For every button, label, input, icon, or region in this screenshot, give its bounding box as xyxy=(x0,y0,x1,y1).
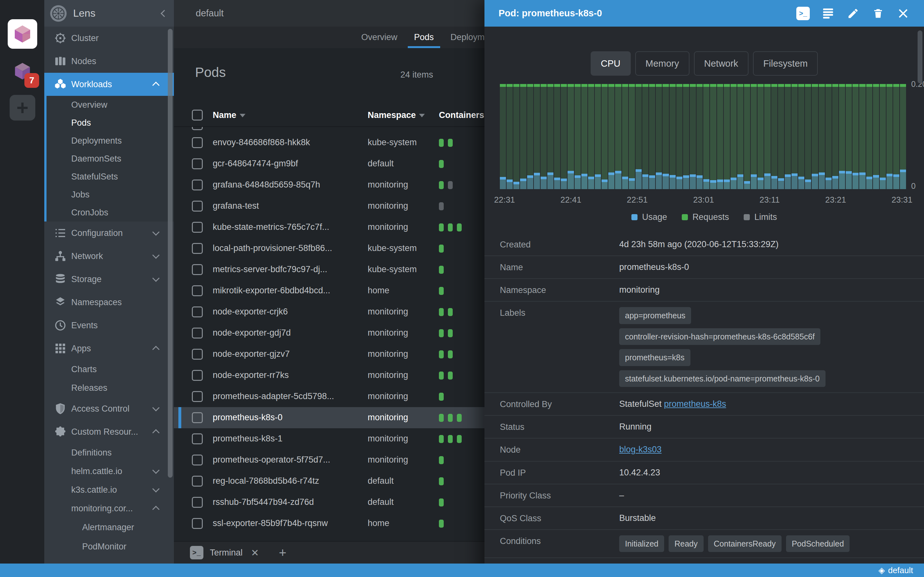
delete-pod-icon[interactable] xyxy=(871,7,885,20)
row-checkbox[interactable] xyxy=(192,127,203,130)
edit-pod-icon[interactable] xyxy=(846,7,860,20)
row-checkbox[interactable] xyxy=(192,327,203,338)
chart-bar xyxy=(527,84,533,189)
cluster-icon-active[interactable] xyxy=(8,19,37,49)
sidebar-item-configuration[interactable]: Configuration xyxy=(44,221,174,245)
sidebar-item-releases[interactable]: Releases xyxy=(44,379,174,397)
terminal-add-icon[interactable]: + xyxy=(279,546,286,559)
sidebar-item-statefulsets[interactable]: StatefulSets xyxy=(44,168,174,185)
container-status-dots xyxy=(439,202,444,210)
select-all-checkbox[interactable] xyxy=(192,110,203,121)
pod-namespace: monitoring xyxy=(368,201,408,211)
sidebar-item-overview[interactable]: Overview xyxy=(44,96,174,114)
legend-item-usage[interactable]: Usage xyxy=(632,212,667,222)
sidebar-item-label: Workloads xyxy=(71,79,112,89)
row-checkbox[interactable] xyxy=(192,222,203,233)
sidebar-item-apps[interactable]: Apps xyxy=(44,337,174,360)
sidebar-item-k3s-cattle-io[interactable]: k3s.cattle.io xyxy=(44,480,174,499)
sidebar-item-definitions[interactable]: Definitions xyxy=(44,443,174,462)
active-cluster-label[interactable]: default xyxy=(888,566,913,575)
legend-item-requests[interactable]: Requests xyxy=(682,212,729,222)
row-checkbox[interactable] xyxy=(192,370,203,381)
row-checkbox[interactable] xyxy=(192,434,203,444)
sidebar-item-label: Custom Resour... xyxy=(71,427,138,437)
cluster-tab-default[interactable]: default xyxy=(196,0,224,27)
row-checkbox[interactable] xyxy=(192,201,203,211)
row-checkbox[interactable] xyxy=(192,349,203,359)
statefulset-link[interactable]: prometheus-k8s xyxy=(664,399,726,409)
column-header-containers[interactable]: Containers xyxy=(439,110,484,120)
sidebar-item-podmonitor[interactable]: PodMonitor xyxy=(44,537,174,556)
sidebar-item-storage[interactable]: Storage xyxy=(44,268,174,291)
metric-tab-filesystem[interactable]: Filesystem xyxy=(753,51,818,76)
legend-item-limits[interactable]: Limits xyxy=(744,212,777,222)
sidebar-collapse-icon[interactable] xyxy=(161,10,168,17)
sidebar-item-cronjobs[interactable]: CronJobs xyxy=(44,203,174,221)
sidebar-item-workloads[interactable]: Workloads xyxy=(44,73,174,96)
row-checkbox[interactable] xyxy=(192,518,203,529)
sidebar-scrollbar[interactable] xyxy=(168,29,173,478)
terminal-tab-label[interactable]: Terminal xyxy=(210,548,242,558)
container-status-dots xyxy=(439,372,453,380)
chart-bar xyxy=(832,84,838,189)
chart-bar xyxy=(893,84,899,189)
usage-bar-segment xyxy=(825,177,832,189)
usage-bar-segment xyxy=(541,177,547,189)
drawer-scrollbar[interactable] xyxy=(918,31,922,83)
sidebar-item-alertmanager[interactable]: Alertmanager xyxy=(44,518,174,537)
tab-overview[interactable]: Overview xyxy=(353,27,406,48)
sidebar-item-daemonsets[interactable]: DaemonSets xyxy=(44,150,174,168)
row-checkbox[interactable] xyxy=(192,137,203,148)
sidebar-item-pods[interactable]: Pods xyxy=(44,114,174,132)
chart-bar xyxy=(710,84,716,189)
pod-namespace: monitoring xyxy=(368,307,408,317)
pod-namespace: default xyxy=(368,497,394,507)
container-status-running xyxy=(439,245,444,253)
node-link[interactable]: blog-k3s03 xyxy=(619,445,662,454)
metric-tab-cpu[interactable]: CPU xyxy=(591,51,631,76)
sidebar-item-access-control[interactable]: Access Control xyxy=(44,397,174,420)
container-status-running xyxy=(439,308,444,316)
chart-bar xyxy=(595,84,601,189)
sidebar-item-charts[interactable]: Charts xyxy=(44,360,174,379)
row-checkbox[interactable] xyxy=(192,264,203,275)
row-checkbox[interactable] xyxy=(192,158,203,169)
sidebar-item-deployments[interactable]: Deployments xyxy=(44,132,174,150)
row-checkbox[interactable] xyxy=(192,285,203,296)
terminal-close-icon[interactable]: ✕ xyxy=(251,547,259,558)
sidebar-item-jobs[interactable]: Jobs xyxy=(44,185,174,203)
pod-logs-icon[interactable] xyxy=(821,7,835,20)
sidebar-item-nodes[interactable]: Nodes xyxy=(44,50,174,73)
row-checkbox[interactable] xyxy=(192,391,203,402)
row-checkbox[interactable] xyxy=(192,243,203,254)
column-header-namespace[interactable]: Namespace xyxy=(368,110,425,120)
pod-name: metrics-server-bdfc79c97-dj... xyxy=(213,264,327,274)
sidebar-item-helm-cattle-io[interactable]: helm.cattle.io xyxy=(44,462,174,480)
row-checkbox[interactable] xyxy=(192,476,203,487)
sidebar-item-namespaces[interactable]: Namespaces xyxy=(44,291,174,314)
row-checkbox[interactable] xyxy=(192,455,203,466)
chart-bar xyxy=(541,84,547,189)
close-drawer-icon[interactable] xyxy=(897,7,910,20)
row-checkbox[interactable] xyxy=(192,306,203,318)
metric-tab-memory[interactable]: Memory xyxy=(635,51,690,76)
chevron-up-icon xyxy=(152,506,160,513)
row-checkbox[interactable] xyxy=(192,412,203,423)
sidebar-item-custom-resources[interactable]: Custom Resour... xyxy=(44,420,174,443)
sidebar-item-cluster[interactable]: Cluster xyxy=(44,27,174,50)
legend-swatch xyxy=(632,214,638,220)
chart-bar xyxy=(900,84,906,189)
column-header-name[interactable]: Name xyxy=(213,110,246,120)
terminal-icon[interactable]: >_ xyxy=(190,546,204,559)
row-checkbox[interactable] xyxy=(192,497,203,508)
metric-tab-network[interactable]: Network xyxy=(694,51,748,76)
pod-shell-icon[interactable]: >_ xyxy=(796,7,810,20)
add-cluster-button[interactable]: + xyxy=(10,95,35,121)
usage-bar-segment xyxy=(500,177,506,189)
usage-bar-segment xyxy=(832,176,838,189)
sidebar-item-network[interactable]: Network xyxy=(44,245,174,268)
tab-pods[interactable]: Pods xyxy=(406,27,443,48)
sidebar-item-monitoring-cor[interactable]: monitoring.cor... xyxy=(44,499,174,518)
sidebar-item-events[interactable]: Events xyxy=(44,314,174,337)
row-checkbox[interactable] xyxy=(192,179,203,190)
